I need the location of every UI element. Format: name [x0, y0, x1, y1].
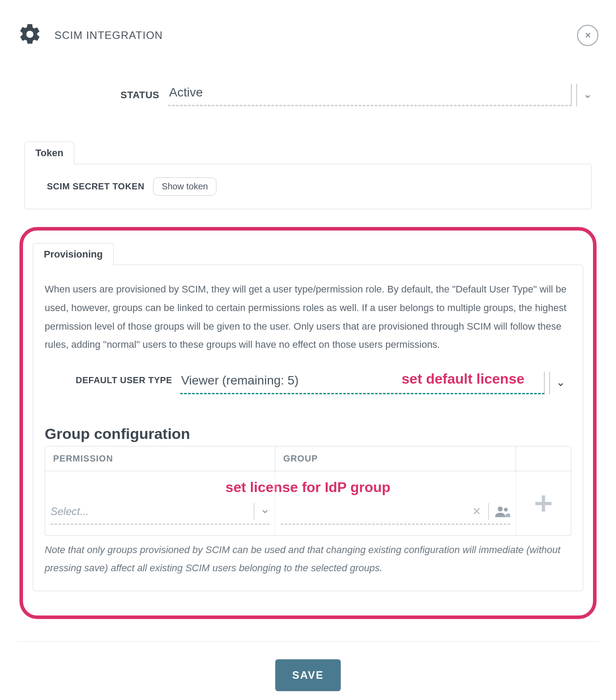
- page-title: SCIM INTEGRATION: [54, 29, 163, 42]
- add-row-button[interactable]: [521, 494, 566, 513]
- chevron-down-icon: [584, 92, 592, 100]
- provisioning-description: When users are provisioned by SCIM, they…: [45, 280, 571, 354]
- provisioning-panel: Provisioning When users are provisioned …: [33, 243, 583, 591]
- table-row: set license for IdP group Select... ✕: [45, 471, 571, 535]
- token-panel: Token SCIM SECRET TOKEN Show token: [24, 142, 592, 209]
- status-select[interactable]: Active: [168, 84, 572, 106]
- group-config-table: PERMISSION GROUP set license for IdP gro…: [45, 446, 571, 536]
- status-value: Active: [169, 85, 203, 100]
- svg-point-0: [498, 507, 503, 512]
- col-group-header: GROUP: [275, 446, 516, 471]
- col-permission-header: PERMISSION: [45, 446, 275, 471]
- status-label: STATUS: [106, 89, 159, 101]
- chevron-down-icon: [557, 381, 565, 388]
- permission-select[interactable]: Select...: [50, 503, 270, 525]
- people-icon[interactable]: [495, 506, 510, 517]
- default-user-type-label: DEFAULT USER TYPE: [76, 372, 172, 385]
- divider: [254, 503, 254, 520]
- permission-placeholder: Select...: [50, 505, 247, 518]
- col-add-header: [516, 446, 571, 471]
- secret-token-label: SCIM SECRET TOKEN: [47, 181, 144, 192]
- user-type-chevron-wrap[interactable]: [549, 372, 571, 394]
- close-button[interactable]: ✕: [577, 25, 598, 46]
- plus-icon: [534, 494, 553, 513]
- tab-token[interactable]: Token: [24, 142, 74, 164]
- svg-rect-3: [535, 502, 552, 505]
- chevron-down-icon: [261, 507, 270, 516]
- default-user-type-row: DEFAULT USER TYPE Viewer (remaining: 5) …: [45, 372, 571, 394]
- footer: SAVE: [18, 641, 598, 700]
- gear-icon: [18, 22, 42, 48]
- status-chevron-wrap[interactable]: [576, 84, 598, 106]
- group-input[interactable]: ✕: [281, 503, 510, 525]
- show-token-button[interactable]: Show token: [153, 177, 216, 196]
- svg-point-1: [504, 508, 508, 512]
- annotation-default-license: set default license: [399, 371, 527, 387]
- group-config-heading: Group configuration: [45, 425, 571, 442]
- clear-icon[interactable]: ✕: [469, 505, 485, 518]
- divider: [488, 503, 489, 520]
- group-config-note: Note that only groups provisioned by SCI…: [45, 541, 571, 577]
- tab-provisioning[interactable]: Provisioning: [33, 243, 114, 265]
- provisioning-highlight: Provisioning When users are provisioned …: [19, 227, 597, 619]
- modal-header: SCIM INTEGRATION ✕: [18, 22, 598, 48]
- save-button[interactable]: SAVE: [275, 659, 341, 691]
- default-user-type-value: Viewer (remaining: 5): [181, 373, 299, 388]
- close-icon: ✕: [585, 31, 591, 40]
- table-header: PERMISSION GROUP: [45, 446, 571, 471]
- status-row: STATUS Active: [18, 84, 598, 106]
